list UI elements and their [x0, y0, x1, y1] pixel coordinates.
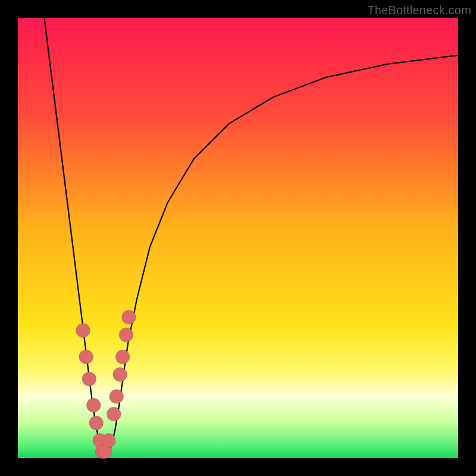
chart-frame: TheBottleneck.com: [0, 0, 476, 476]
bead-point: [76, 324, 90, 338]
watermark-text: TheBottleneck.com: [367, 4, 471, 17]
bead-point: [102, 434, 116, 448]
bead-point: [113, 368, 127, 382]
bead-cluster: [76, 310, 136, 458]
curve-overlay: [18, 18, 458, 458]
bead-point: [82, 372, 96, 386]
plot-area: [18, 18, 458, 458]
bead-point: [115, 350, 130, 364]
bead-point: [79, 350, 93, 364]
bead-point: [107, 407, 121, 421]
bead-point: [89, 416, 104, 430]
bead-point: [119, 328, 133, 342]
bead-point: [122, 310, 136, 324]
bottleneck-curve: [44, 18, 458, 456]
bead-point: [109, 390, 124, 404]
bead-point: [86, 398, 101, 412]
